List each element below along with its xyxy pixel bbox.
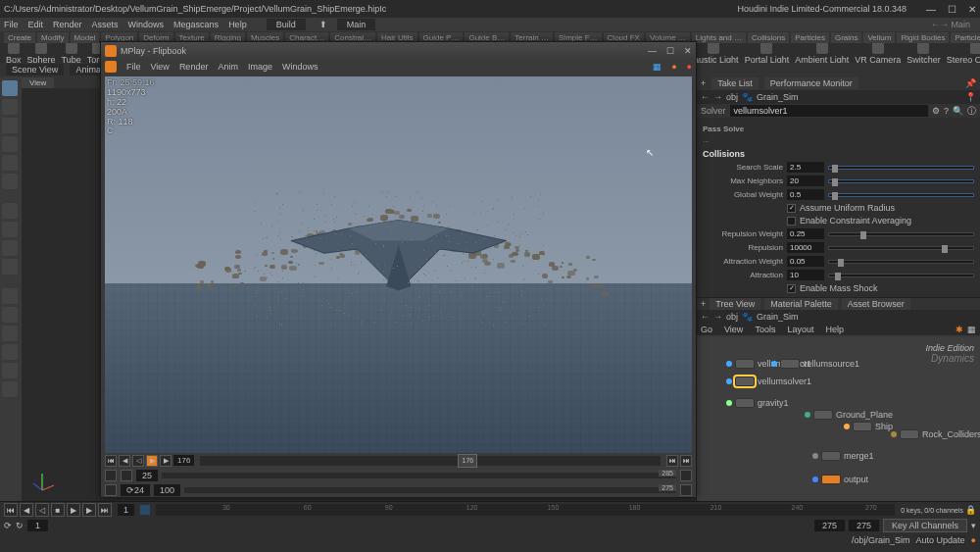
render-region-icon[interactable] [2, 307, 18, 323]
playbar-chevron-icon[interactable]: ▾ [971, 521, 976, 530]
mplay-range-icon[interactable] [105, 470, 117, 481]
menu-render[interactable]: Render [53, 20, 82, 29]
playbar-global-end[interactable]: 275 [849, 520, 879, 531]
shelf-tab[interactable]: Create [4, 32, 35, 43]
close-button[interactable]: ✕ [968, 4, 976, 15]
net-menu-tools[interactable]: Tools [755, 325, 775, 334]
handle-tool-icon[interactable] [2, 99, 18, 115]
mplay-menu-anim[interactable]: Anim [218, 62, 238, 72]
mplay-prev-icon[interactable]: ◀ [119, 455, 130, 467]
pin-icon[interactable]: 📍 [965, 92, 976, 102]
node-ship[interactable]: Ship [844, 422, 893, 431]
node-output[interactable]: output [812, 475, 868, 484]
desktop-main2[interactable]: ←→ Main [931, 20, 970, 29]
chk-enable-mass[interactable]: ✓ [787, 284, 796, 293]
snap-point-icon[interactable] [2, 240, 18, 256]
desktop-main[interactable]: Main [337, 19, 376, 30]
mplay-playhead[interactable]: 176 [458, 454, 477, 468]
node-rock[interactable]: Rock_Colliders [891, 429, 980, 439]
plus-tab-icon[interactable]: + [701, 299, 706, 309]
mplay-tool-icon[interactable]: ▦ [653, 62, 662, 72]
pane-pin-icon[interactable]: 📌 [965, 78, 976, 88]
maximize-button[interactable]: ☐ [948, 4, 956, 15]
mplay-menu-windows[interactable]: Windows [282, 62, 318, 72]
mplay-timeline[interactable]: 176 [200, 456, 661, 466]
playbar-start-frame[interactable]: 1 [27, 520, 48, 531]
desktop-build[interactable]: Build [267, 19, 306, 30]
val-global-weight[interactable]: 0.5 [787, 189, 824, 200]
path-node[interactable]: Grain_Sim [757, 92, 799, 102]
node-vellumsource[interactable]: vellumsource1 [771, 359, 859, 369]
slider-attraction[interactable] [828, 274, 974, 277]
shelf-tab[interactable]: Particles [791, 32, 829, 43]
network-canvas[interactable]: Indie Edition Dynamics vellumobject1 vel… [697, 337, 980, 501]
playbar-lock-icon[interactable]: 🔒 [965, 505, 976, 515]
mplay-rangebar1[interactable]: 285 [162, 473, 676, 478]
mplay-max-icon[interactable]: ☐ [666, 46, 674, 56]
menu-file[interactable]: File [4, 20, 19, 29]
node-vellumsolver[interactable]: vellumsolver1 [726, 376, 811, 386]
takelist-tab[interactable]: Take List [711, 77, 759, 89]
node-gravity[interactable]: gravity1 [726, 398, 789, 408]
mplay-step-icon[interactable] [680, 484, 692, 496]
chk-assume-uniform[interactable]: ✓ [787, 204, 796, 213]
mplay-rangebar2[interactable]: 275 [184, 487, 676, 493]
mplay-first-icon[interactable]: ⏮ [105, 455, 117, 467]
auto-update-button[interactable]: Auto Update [916, 535, 965, 545]
view-tool-icon[interactable] [2, 288, 18, 304]
snap-grid-icon[interactable] [2, 203, 18, 219]
mplay-playrev-icon[interactable]: ◁ [132, 455, 144, 467]
mplay-window[interactable]: MPlay - Flipbook — ☐ ✕ File View Render … [100, 41, 697, 498]
menu-help[interactable]: Help [228, 20, 247, 29]
snap-curve-icon[interactable] [2, 222, 18, 237]
slider-global-weight[interactable] [828, 193, 974, 197]
val-repulsion[interactable]: 10000 [787, 242, 824, 253]
mplay-fps-input[interactable]: ⟳24 [121, 484, 150, 496]
snapshot-icon[interactable] [2, 381, 18, 397]
shelf-tool[interactable]: Ambient Light [795, 43, 849, 63]
val-attraction-weight[interactable]: 0.05 [787, 256, 824, 267]
val-search-scale[interactable]: 2.5 [787, 162, 824, 173]
menu-windows[interactable]: Windows [128, 20, 165, 29]
pose-tool-icon[interactable] [2, 174, 18, 189]
menu-assets[interactable]: Assets [92, 20, 119, 29]
slider-repulsion-weight[interactable] [828, 232, 974, 236]
viewport-view-tab[interactable]: View [22, 77, 54, 88]
assetbrowser-tab[interactable]: Asset Browser [842, 298, 910, 310]
shelf-tool[interactable]: Stereo Camera [947, 43, 980, 63]
inspect-tool-icon[interactable] [2, 326, 18, 341]
select-tool-icon[interactable] [2, 80, 18, 96]
node-merge[interactable]: merge1 [812, 451, 874, 461]
playbar-prev-icon[interactable]: ◀ [20, 503, 33, 517]
mplay-viewport[interactable]: Fr: 25:59:16 1190x773 h: 22 200A R: 118 … [105, 76, 692, 453]
shelf-tool[interactable]: Switcher [906, 43, 941, 63]
rotate-tool-icon[interactable] [2, 136, 18, 152]
playbar-frame-marker[interactable] [140, 505, 150, 515]
mplay-menu-view[interactable]: View [151, 62, 170, 72]
playbar-stop-icon[interactable]: ■ [51, 503, 65, 517]
shelf-nav-btn[interactable]: ⬆ [319, 20, 327, 29]
shelf-tab[interactable]: Collisions [748, 32, 789, 43]
scene-view-tab[interactable]: Scene View [6, 64, 64, 75]
flipbook-tool-icon[interactable] [2, 344, 18, 360]
net-menu-view[interactable]: View [724, 325, 743, 334]
net-menu-help[interactable]: Help [825, 325, 844, 334]
mplay-titlebar[interactable]: MPlay - Flipbook — ☐ ✕ [101, 42, 696, 60]
mplay-record-icon[interactable]: ● [687, 62, 692, 72]
menu-megascans[interactable]: Megascans [173, 20, 219, 29]
shelf-tab[interactable]: Vellum [863, 32, 895, 43]
playbar-next-icon[interactable]: ▶ [82, 503, 96, 517]
snap-multi-icon[interactable] [2, 259, 18, 275]
net-layout-icon[interactable]: ▦ [967, 325, 976, 334]
val-attraction[interactable]: 10 [787, 270, 824, 280]
shelf-tool[interactable]: Tube [62, 43, 81, 63]
node-ground[interactable]: Ground_Plane [805, 410, 893, 420]
param-hdr-collisions[interactable]: Collisions [703, 149, 974, 159]
shelf-tab[interactable]: Particle Fl… [951, 32, 980, 43]
mplay-end-icon[interactable]: ⏭ [680, 455, 692, 467]
val-max-neighbors[interactable]: 20 [787, 176, 824, 186]
shelf-tab[interactable]: Lights and … [692, 32, 746, 43]
shelf-tab[interactable]: Rigid Bodies [897, 32, 949, 43]
scale-tool-icon[interactable] [2, 155, 18, 171]
shelf-tab[interactable]: Grains [831, 32, 862, 43]
